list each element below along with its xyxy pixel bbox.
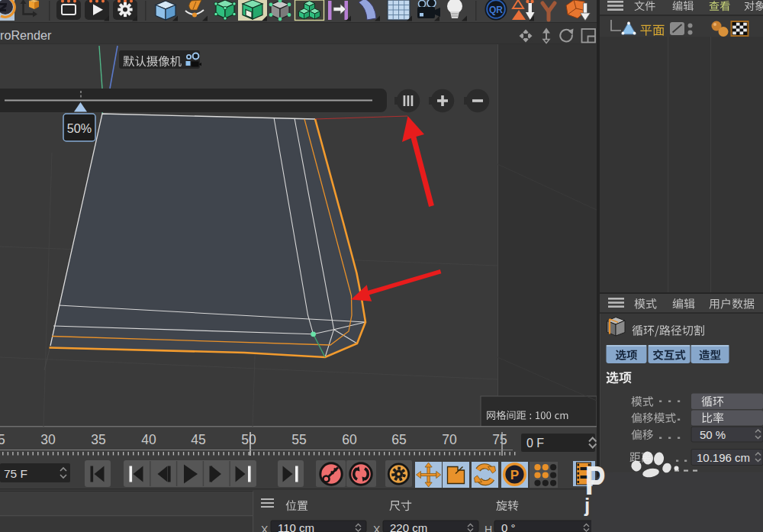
svg-text:45: 45 — [191, 432, 205, 447]
svg-text:QR: QR — [489, 5, 503, 15]
svg-text:P: P — [510, 468, 519, 482]
svg-text:10.196 cm: 10.196 cm — [697, 451, 750, 464]
svg-text:roRender: roRender — [0, 28, 52, 42]
svg-text:35: 35 — [91, 432, 105, 447]
svg-text:50: 50 — [241, 432, 256, 447]
svg-text:H: H — [485, 524, 492, 532]
svg-text:50 %: 50 % — [700, 428, 726, 441]
svg-text:220 cm: 220 cm — [390, 521, 427, 532]
svg-text:j: j — [584, 494, 590, 517]
svg-text:X: X — [261, 524, 269, 532]
svg-text:40: 40 — [141, 432, 156, 447]
svg-text:X: X — [373, 524, 381, 532]
svg-text:55: 55 — [291, 432, 306, 447]
svg-text:60: 60 — [342, 432, 357, 447]
svg-text:70: 70 — [442, 432, 457, 447]
svg-text:110 cm: 110 cm — [278, 521, 314, 532]
svg-text:50%: 50% — [67, 121, 92, 135]
svg-text:0 °: 0 ° — [501, 521, 516, 532]
svg-text:0 F: 0 F — [526, 437, 544, 450]
svg-text:25: 25 — [0, 432, 5, 447]
svg-text:75 F: 75 F — [4, 467, 27, 480]
svg-text:75: 75 — [492, 432, 507, 447]
svg-text:30: 30 — [40, 432, 56, 447]
svg-text:65: 65 — [391, 432, 406, 447]
